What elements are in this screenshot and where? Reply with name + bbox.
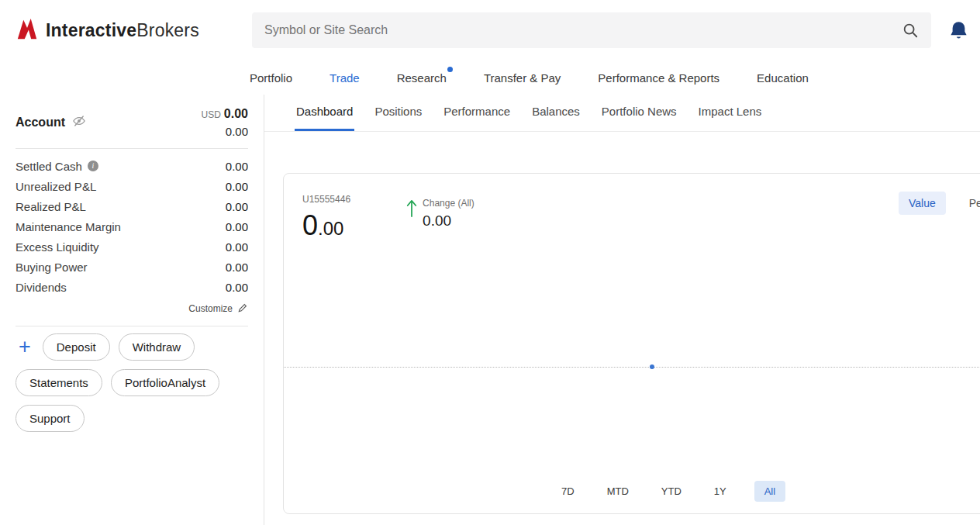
toggle-performance-button[interactable]: Performance bbox=[969, 192, 980, 215]
metric-row-settled-cash: Settled Cashi 0.00 bbox=[16, 156, 248, 176]
notification-dot bbox=[447, 67, 453, 72]
support-button[interactable]: Support bbox=[16, 405, 85, 432]
metric-value: 0.00 bbox=[226, 281, 248, 294]
metric-row-realized-pl: Realized P&L 0.00 bbox=[16, 196, 248, 216]
metric-row-excess-liquidity: Excess Liquidity 0.00 bbox=[16, 237, 248, 257]
portfolio-value-card: U15555446 0.00 Change (All) 0.00 bbox=[283, 173, 980, 514]
search-input[interactable] bbox=[264, 23, 902, 37]
info-icon[interactable]: i bbox=[88, 161, 98, 171]
metric-label-text: Settled Cash bbox=[16, 160, 82, 173]
portfolio-value-fraction: .00 bbox=[318, 218, 343, 239]
customize-label: Customize bbox=[188, 303, 233, 314]
account-title: Account bbox=[16, 116, 65, 130]
change-value: 0.00 bbox=[423, 212, 474, 230]
portfolio-value: 0.00 bbox=[302, 209, 350, 242]
nav-item-research[interactable]: Research bbox=[397, 71, 447, 85]
account-total-value: 0.00 bbox=[224, 107, 248, 120]
nav-item-research-label: Research bbox=[397, 71, 447, 85]
header: InteractiveBrokers bbox=[0, 0, 980, 60]
account-currency: USD bbox=[202, 109, 221, 120]
metric-label: Excess Liquidity bbox=[16, 240, 99, 254]
account-id: U15555446 bbox=[302, 194, 350, 205]
tab-balances[interactable]: Balances bbox=[530, 105, 581, 131]
tab-impact-lens[interactable]: Impact Lens bbox=[697, 105, 764, 131]
change-label: Change (All) bbox=[423, 198, 474, 209]
chart-data-point bbox=[650, 364, 654, 369]
customize-button[interactable]: Customize bbox=[188, 302, 248, 316]
chart-baseline bbox=[284, 367, 980, 368]
metric-value: 0.00 bbox=[226, 261, 248, 274]
account-sidebar: Account USD0.00 0.00 bbox=[0, 95, 264, 525]
metric-label: Maintenance Margin bbox=[16, 220, 121, 233]
metric-value: 0.00 bbox=[226, 200, 248, 213]
tab-portfolio-news[interactable]: Portfolio News bbox=[600, 105, 678, 131]
metric-label: Dividends bbox=[16, 281, 67, 294]
period-1y-button[interactable]: 1Y bbox=[709, 481, 731, 502]
metric-row-dividends: Dividends 0.00 bbox=[16, 277, 248, 297]
brand[interactable]: InteractiveBrokers bbox=[16, 17, 252, 43]
section-tabs: Dashboard Positions Performance Balances… bbox=[264, 95, 980, 132]
metric-value: 0.00 bbox=[226, 240, 248, 254]
nav-item-trade[interactable]: Trade bbox=[330, 71, 360, 85]
tab-performance[interactable]: Performance bbox=[442, 105, 512, 131]
brand-text: InteractiveBrokers bbox=[46, 20, 199, 41]
search-icon[interactable] bbox=[902, 22, 919, 39]
account-metrics: Settled Cashi 0.00 Unrealized P&L 0.00 R… bbox=[16, 156, 248, 297]
value-block: U15555446 0.00 bbox=[302, 194, 350, 242]
metric-row-unrealized-pl: Unrealized P&L 0.00 bbox=[16, 176, 248, 196]
toggle-value-button[interactable]: Value bbox=[899, 192, 946, 215]
nav-item-education[interactable]: Education bbox=[757, 71, 809, 85]
withdraw-button[interactable]: Withdraw bbox=[119, 333, 195, 361]
metric-value: 0.00 bbox=[226, 160, 248, 173]
nav-item-portfolio[interactable]: Portfolio bbox=[250, 71, 292, 85]
metric-label: Unrealized P&L bbox=[16, 180, 96, 193]
period-selector: 7D MTD YTD 1Y All bbox=[557, 481, 785, 502]
top-nav: Portfolio Trade Research Transfer & Pay … bbox=[0, 60, 980, 95]
sidebar-divider bbox=[16, 326, 248, 326]
account-secondary-value: 0.00 bbox=[202, 125, 248, 138]
eye-off-icon[interactable] bbox=[72, 114, 86, 131]
portfolio-value-whole: 0 bbox=[302, 209, 318, 241]
pencil-icon bbox=[237, 302, 248, 316]
search-bar[interactable] bbox=[252, 12, 931, 48]
period-ytd-button[interactable]: YTD bbox=[657, 481, 686, 502]
metric-row-buying-power: Buying Power 0.00 bbox=[16, 257, 248, 277]
ib-logo-icon bbox=[16, 17, 39, 43]
notifications-bell-icon[interactable] bbox=[948, 20, 969, 41]
change-block: Change (All) 0.00 bbox=[406, 198, 474, 230]
deposit-button[interactable]: Deposit bbox=[43, 333, 110, 361]
content: Account USD0.00 0.00 bbox=[0, 95, 980, 525]
brand-bold: Interactive bbox=[46, 20, 136, 40]
page: InteractiveBrokers Portfolio Trade Resea… bbox=[0, 0, 980, 525]
tab-dashboard[interactable]: Dashboard bbox=[295, 105, 354, 131]
sidebar-divider bbox=[16, 148, 248, 149]
account-title-row: Account bbox=[16, 107, 86, 138]
add-action-button[interactable]: + bbox=[16, 337, 34, 357]
metric-value: 0.00 bbox=[226, 180, 248, 193]
card-header: U15555446 0.00 Change (All) 0.00 bbox=[284, 174, 980, 242]
statements-button[interactable]: Statements bbox=[16, 369, 102, 396]
metric-label: Settled Cashi bbox=[16, 160, 98, 173]
period-mtd-button[interactable]: MTD bbox=[602, 481, 633, 502]
metric-value: 0.00 bbox=[226, 220, 248, 233]
metric-label: Buying Power bbox=[16, 261, 88, 274]
metric-row-maintenance-margin: Maintenance Margin 0.00 bbox=[16, 216, 248, 237]
period-7d-button[interactable]: 7D bbox=[557, 481, 579, 502]
plus-icon: + bbox=[19, 335, 31, 358]
tab-positions[interactable]: Positions bbox=[373, 105, 423, 131]
nav-item-transfer-pay[interactable]: Transfer & Pay bbox=[484, 71, 561, 85]
account-values: USD0.00 0.00 bbox=[202, 107, 248, 138]
period-all-button[interactable]: All bbox=[754, 481, 785, 502]
change-texts: Change (All) 0.00 bbox=[423, 198, 474, 230]
brand-light: Brokers bbox=[136, 20, 199, 40]
portfolioanalyst-button[interactable]: PortfolioAnalyst bbox=[111, 369, 219, 396]
metric-label: Realized P&L bbox=[16, 200, 86, 213]
arrow-up-icon bbox=[406, 198, 417, 222]
quick-actions: + Deposit Withdraw Statements PortfolioA… bbox=[16, 333, 248, 432]
nav-item-performance-reports[interactable]: Performance & Reports bbox=[598, 71, 719, 85]
customize-row: Customize bbox=[16, 301, 248, 316]
account-summary: Account USD0.00 0.00 bbox=[16, 107, 248, 138]
view-toggle: Value Performance bbox=[899, 192, 980, 215]
main-panel: Dashboard Positions Performance Balances… bbox=[264, 95, 980, 525]
